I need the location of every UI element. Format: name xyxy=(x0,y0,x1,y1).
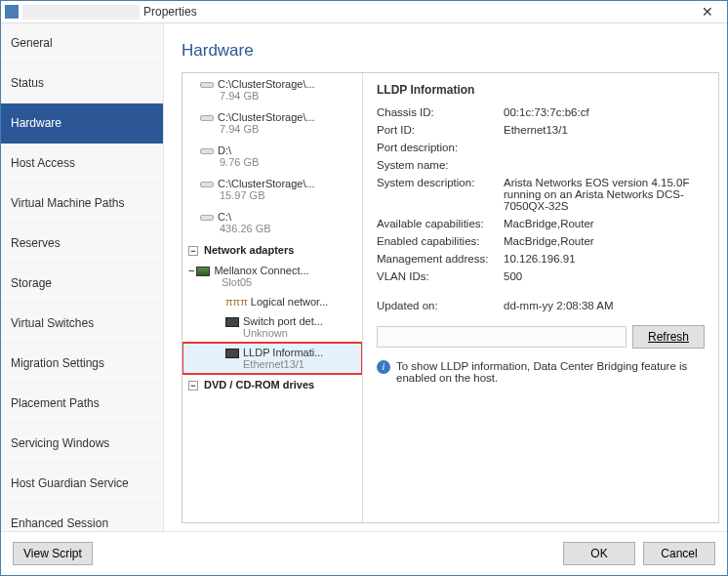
sidebar-item-hardware[interactable]: Hardware xyxy=(1,103,163,144)
hardware-tree: C:\ClusterStorage\...7.94 GBC:\ClusterSt… xyxy=(182,73,363,522)
disk-item[interactable]: C:\436.26 GB xyxy=(182,206,362,239)
disk-item[interactable]: C:\ClusterStorage\...7.94 GB xyxy=(182,73,362,106)
field-value: 00:1c:73:7c:b6:cf xyxy=(504,106,705,118)
sidebar-item-enhanced-session[interactable]: Enhanced Session xyxy=(1,504,163,531)
sidebar-item-status[interactable]: Status xyxy=(1,63,163,103)
field-label: Port description: xyxy=(377,142,504,153)
field-label: System description: xyxy=(377,177,504,212)
sidebar-item-placement-paths[interactable]: Placement Paths xyxy=(1,384,163,424)
field-value xyxy=(504,142,705,153)
cancel-button[interactable]: Cancel xyxy=(643,542,715,565)
sidebar-item-storage[interactable]: Storage xyxy=(1,264,163,304)
updated-value: dd-mm-yy 2:08:38 AM xyxy=(504,300,705,311)
sidebar-item-virtual-switches[interactable]: Virtual Switches xyxy=(1,304,163,344)
window-title: Properties xyxy=(143,5,197,19)
collapse-icon[interactable]: − xyxy=(188,246,198,256)
sidebar-item-host-guardian-service[interactable]: Host Guardian Service xyxy=(1,464,163,504)
tree-node[interactable]: LLDP Informati...Ethernet13/1 xyxy=(182,343,362,374)
detail-title: LLDP Information xyxy=(377,83,705,97)
field-value: 500 xyxy=(504,270,705,282)
disk-item[interactable]: C:\ClusterStorage\...7.94 GB xyxy=(182,106,362,140)
port-icon xyxy=(225,317,239,327)
disk-icon xyxy=(200,215,214,221)
sidebar-item-servicing-windows[interactable]: Servicing Windows xyxy=(1,424,163,464)
field-label: Port ID: xyxy=(377,124,504,136)
tree-node[interactable]: Switch port det...Unknown xyxy=(182,311,362,343)
sidebar-item-host-access[interactable]: Host Access xyxy=(1,144,163,184)
disk-icon xyxy=(200,82,214,88)
disk-item[interactable]: C:\ClusterStorage\...15.97 GB xyxy=(182,173,362,206)
field-label: System name: xyxy=(377,159,504,171)
collapse-icon[interactable]: − xyxy=(188,381,198,391)
sidebar-item-reserves[interactable]: Reserves xyxy=(1,224,163,264)
titlebar: Properties ✕ xyxy=(1,1,727,23)
updated-label: Updated on: xyxy=(377,300,504,311)
field-label: Management address: xyxy=(377,253,504,265)
info-icon: i xyxy=(377,360,390,374)
field-value: Ethernet13/1 xyxy=(504,124,705,136)
field-value xyxy=(504,159,705,171)
sidebar-item-migration-settings[interactable]: Migration Settings xyxy=(1,344,163,384)
sidebar: GeneralStatusHardwareHost AccessVirtual … xyxy=(1,23,164,531)
field-label: Enabled capabilities: xyxy=(377,235,504,247)
network-adapters-group[interactable]: − Network adapters xyxy=(182,239,362,261)
footer: View Script OK Cancel xyxy=(1,531,727,575)
collapse-icon[interactable]: − xyxy=(188,265,194,276)
ok-button[interactable]: OK xyxy=(563,542,635,565)
detail-pane: LLDP Information Chassis ID:00:1c:73:7c:… xyxy=(363,73,718,522)
sidebar-item-general[interactable]: General xyxy=(1,23,163,63)
page-title: Hardware xyxy=(182,41,719,61)
adapter-item[interactable]: −Mellanox Connect...Slot05 xyxy=(182,261,362,292)
logical-network-icon: πππ xyxy=(225,296,248,308)
field-label: Chassis ID: xyxy=(377,106,504,118)
field-value: 10.126.196.91 xyxy=(504,253,705,265)
info-text: To show LLDP information, Data Center Br… xyxy=(396,360,705,384)
app-icon xyxy=(5,5,19,19)
dvd-group[interactable]: − DVD / CD-ROM drives xyxy=(182,374,362,395)
title-placeholder xyxy=(22,5,140,20)
disk-icon xyxy=(200,148,214,154)
refresh-button[interactable]: Refresh xyxy=(632,325,705,349)
disk-icon xyxy=(200,182,214,187)
field-value: MacBridge,Router xyxy=(504,235,705,247)
disk-icon xyxy=(200,115,214,121)
network-adapter-icon xyxy=(196,267,210,276)
field-value: MacBridge,Router xyxy=(504,218,705,229)
disk-item[interactable]: D:\9.76 GB xyxy=(182,140,362,173)
sidebar-item-virtual-machine-paths[interactable]: Virtual Machine Paths xyxy=(1,184,163,224)
view-script-button[interactable]: View Script xyxy=(13,542,93,565)
field-value: Arista Networks EOS version 4.15.0F runn… xyxy=(504,177,705,212)
status-textbox xyxy=(377,326,627,348)
close-button[interactable]: ✕ xyxy=(688,4,727,20)
field-label: Available capabilities: xyxy=(377,218,504,229)
port-icon xyxy=(225,349,239,358)
field-label: VLAN IDs: xyxy=(377,270,504,282)
tree-node[interactable]: πππ Logical networ... xyxy=(182,292,362,311)
